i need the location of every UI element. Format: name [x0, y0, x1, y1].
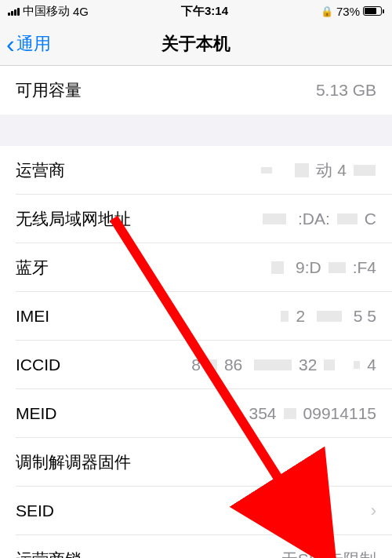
row-seid[interactable]: SEID › — [0, 487, 392, 535]
row-value: 5.13 GB — [316, 81, 376, 100]
row-label: 调制解调器固件 — [16, 451, 131, 473]
chevron-right-icon: › — [371, 501, 376, 521]
row-label: 可用容量 — [16, 79, 82, 101]
row-carrier-lock[interactable]: 运营商锁 无SIM卡限制 — [0, 535, 392, 558]
row-value: 35409914115 — [249, 404, 376, 423]
battery-percent: 73% — [336, 5, 360, 18]
row-label: ICCID — [16, 356, 60, 374]
row-value: › — [365, 501, 376, 521]
back-button[interactable]: ‹ 通用 — [0, 31, 51, 57]
nav-bar: ‹ 通用 关于本机 — [0, 22, 392, 66]
chevron-left-icon: ‹ — [6, 31, 15, 57]
row-value: 9:D:F4 — [270, 258, 376, 277]
row-label: SEID — [16, 501, 54, 520]
carrier-name: 中国移动 — [23, 4, 70, 19]
row-label: 无线局域网地址 — [16, 208, 131, 230]
status-left: 中国移动 4G — [8, 4, 89, 19]
row-bluetooth[interactable]: 蓝牙 9:D:F4 — [0, 243, 392, 292]
rotation-lock-icon: 🔒 — [321, 5, 333, 17]
row-wifi-mac[interactable]: 无线局域网地址 :DA:C — [0, 195, 392, 243]
row-value: 2 5 5 — [280, 307, 376, 326]
back-label: 通用 — [16, 32, 51, 56]
status-right: 🔒 73% — [321, 5, 384, 18]
row-modem-firmware[interactable]: 调制解调器固件 — [0, 438, 392, 487]
status-bar: 中国移动 4G 下午3:14 🔒 73% — [0, 0, 392, 22]
section-storage: 可用容量 5.13 GB — [0, 66, 392, 115]
row-imei[interactable]: IMEI 2 5 5 — [0, 292, 392, 341]
page-title: 关于本机 — [162, 32, 230, 56]
signal-bars-icon — [8, 6, 20, 16]
row-label: 运营商 — [16, 159, 65, 181]
row-iccid[interactable]: ICCID 886 32 4 — [0, 341, 392, 389]
row-label: MEID — [16, 404, 57, 423]
network-type: 4G — [73, 5, 89, 18]
row-value: 动 4 — [260, 159, 376, 181]
row-label: IMEI — [16, 307, 49, 326]
section-device-info: 运营商 动 4 无线局域网地址 :DA:C 蓝牙 9:D:F4 IMEI 2 5… — [0, 146, 392, 558]
row-carrier[interactable]: 运营商 动 4 — [0, 146, 392, 195]
row-value: 886 32 4 — [191, 356, 376, 374]
row-label: 运营商锁 — [16, 549, 82, 558]
row-meid[interactable]: MEID 35409914115 — [0, 389, 392, 438]
row-value: :DA:C — [262, 210, 376, 228]
row-label: 蓝牙 — [16, 257, 49, 279]
status-time: 下午3:14 — [181, 4, 228, 19]
row-available-capacity[interactable]: 可用容量 5.13 GB — [0, 66, 392, 115]
battery-icon — [363, 6, 384, 16]
row-value: 无SIM卡限制 — [281, 549, 376, 558]
